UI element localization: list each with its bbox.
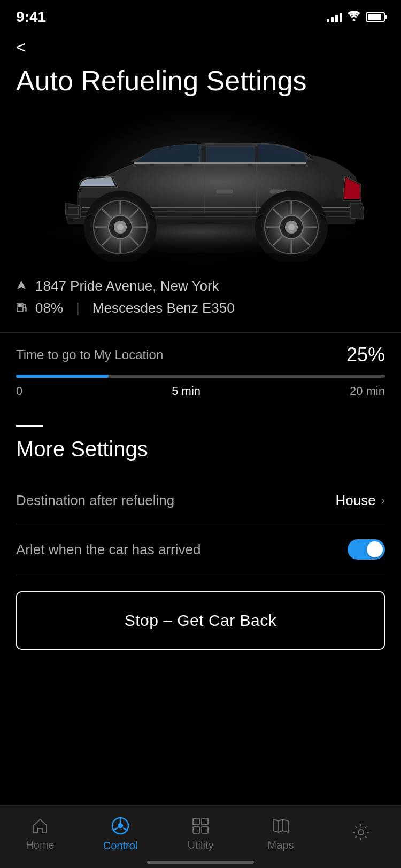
destination-label: Destination after refueling <box>16 492 174 509</box>
svg-point-26 <box>117 224 124 230</box>
svg-point-39 <box>288 224 295 230</box>
progress-label: Time to go to My Location <box>16 347 163 362</box>
tick-current: 5 min <box>172 384 200 398</box>
svg-point-0 <box>353 19 356 21</box>
svg-rect-51 <box>202 827 208 833</box>
destination-row[interactable]: Destination after refueling House › <box>16 477 385 524</box>
tick-end: 20 min <box>350 384 385 398</box>
home-indicator <box>147 861 254 864</box>
toggle-knob <box>367 541 383 557</box>
signal-icon <box>327 12 342 22</box>
alert-label: Arlet when the car has arrived <box>16 541 200 558</box>
nav-item-home[interactable]: Home <box>13 817 67 851</box>
utility-icon <box>191 817 210 835</box>
chevron-right-icon: › <box>381 494 385 508</box>
stop-button[interactable]: Stop – Get Car Back <box>16 591 385 650</box>
car-illustration <box>19 112 382 262</box>
location-row: 1847 Pride Avenue, New York <box>16 278 385 294</box>
nav-label-control: Control <box>103 840 137 852</box>
nav-item-utility[interactable]: Utility <box>174 817 227 851</box>
status-bar: 9:41 <box>0 0 401 27</box>
car-image <box>0 96 401 278</box>
car-info: 1847 Pride Avenue, New York 08% | Mesces… <box>0 278 401 332</box>
wifi-icon <box>348 11 360 24</box>
progress-section: Time to go to My Location 25% 0 5 min 20… <box>0 332 401 409</box>
more-settings-title: More Settings <box>16 437 385 461</box>
svg-rect-50 <box>193 827 199 833</box>
destination-value-group: House › <box>336 492 385 509</box>
maps-icon <box>272 817 290 835</box>
section-divider <box>16 425 43 427</box>
progress-fill <box>16 375 109 378</box>
nav-item-maps[interactable]: Maps <box>254 817 307 851</box>
nav-item-settings[interactable] <box>334 823 388 846</box>
gear-icon <box>352 823 370 841</box>
progress-header: Time to go to My Location 25% <box>16 344 385 366</box>
status-time: 9:41 <box>16 9 46 26</box>
stop-button-container: Stop – Get Car Back <box>0 575 401 666</box>
page-title: Auto Refueling Settings <box>0 57 401 96</box>
nav-item-control[interactable]: Control <box>94 816 147 852</box>
fuel-row: 08% | Mescesdes Benz E350 <box>16 300 385 316</box>
nav-label-utility: Utility <box>188 839 214 851</box>
svg-rect-42 <box>18 304 22 307</box>
progress-track[interactable] <box>16 375 385 378</box>
fuel-percent: 08% <box>35 300 63 316</box>
svg-rect-49 <box>202 818 208 825</box>
car-model: Mescesdes Benz E350 <box>92 300 235 316</box>
more-settings-section: More Settings Destination after refuelin… <box>0 409 401 575</box>
tick-start: 0 <box>16 384 22 398</box>
progress-ticks: 0 5 min 20 min <box>16 384 385 398</box>
progress-percent: 25% <box>346 344 385 366</box>
battery-icon <box>366 12 385 22</box>
svg-rect-4 <box>202 146 206 163</box>
alert-row: Arlet when the car has arrived <box>16 524 385 575</box>
back-button[interactable]: < <box>0 27 401 57</box>
svg-rect-48 <box>193 818 199 825</box>
location-text: 1847 Pride Avenue, New York <box>35 278 219 294</box>
bottom-nav: Home Control Utility Maps <box>0 805 401 868</box>
fuel-icon <box>16 301 27 316</box>
status-icons <box>327 11 385 24</box>
steering-wheel-icon <box>111 816 130 835</box>
alert-toggle[interactable] <box>348 539 385 560</box>
svg-point-54 <box>358 830 364 835</box>
nav-label-home: Home <box>26 839 54 851</box>
svg-point-44 <box>118 823 123 828</box>
location-icon <box>16 280 27 293</box>
svg-rect-5 <box>255 146 258 163</box>
home-icon <box>31 817 49 835</box>
svg-rect-8 <box>217 190 233 193</box>
nav-label-maps: Maps <box>268 839 294 851</box>
destination-value: House <box>336 492 376 509</box>
